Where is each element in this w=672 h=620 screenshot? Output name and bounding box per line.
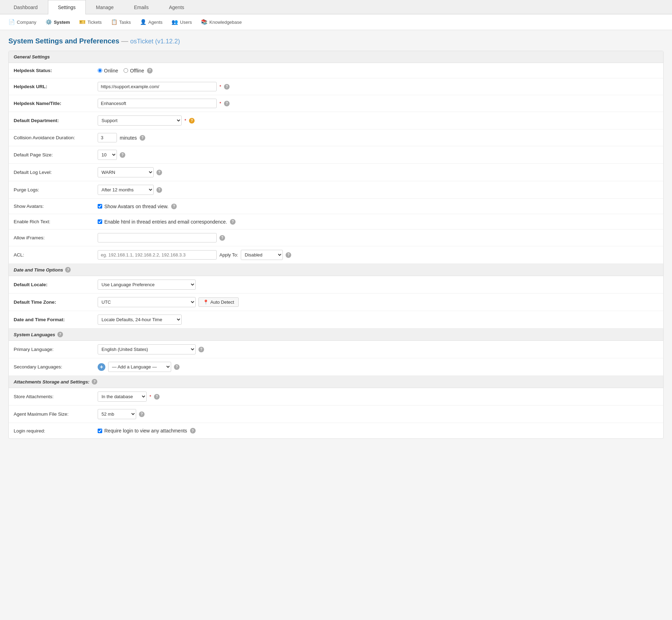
enable-rich-text-checkbox-item[interactable]: Enable html in thread entries and email … (98, 219, 227, 225)
subnav-knowledgebase[interactable]: 📚 Knowledgebase (197, 17, 245, 27)
helpdesk-name-input[interactable] (98, 99, 217, 108)
knowledgebase-icon: 📚 (201, 19, 208, 25)
status-online-radio[interactable] (98, 68, 102, 73)
tab-emails[interactable]: Emails (124, 0, 159, 14)
main-content: System Settings and Preferences — osTick… (0, 30, 672, 619)
helpdesk-url-required: * (219, 84, 221, 89)
acl-input[interactable] (98, 250, 217, 260)
page-version: osTicket (v1.12.2) (130, 38, 180, 45)
agent-max-file-size-label: Agent Maximum File Size: (14, 411, 98, 417)
subnav-company[interactable]: 📄 Company (5, 17, 40, 27)
show-avatars-checkbox-item[interactable]: Show Avatars on thread view. (98, 204, 168, 209)
helpdesk-name-label: Helpdesk Name/Title: (14, 101, 98, 106)
login-required-checkbox-item[interactable]: Require login to view any attachments (98, 428, 187, 434)
add-language-plus-button[interactable]: + (98, 363, 105, 371)
default-timezone-row: Default Time Zone: UTC America/New_York … (9, 294, 663, 311)
secondary-language-select[interactable]: — Add a Language — Spanish French German… (108, 362, 171, 372)
enable-rich-text-control: Enable html in thread entries and email … (98, 219, 658, 225)
general-settings-header: General Settings (9, 51, 663, 63)
collision-duration-suffix: minutes (120, 135, 137, 141)
collision-duration-row: Collision Avoidance Duration: minutes ? (9, 129, 663, 146)
default-locale-select[interactable]: Use Language Preference English (United … (98, 280, 196, 290)
status-online-item[interactable]: Online (98, 68, 118, 73)
collision-duration-input[interactable] (98, 133, 117, 142)
subnav-users[interactable]: 👥 Users (168, 17, 195, 27)
enable-rich-text-check-label: Enable html in thread entries and email … (104, 219, 227, 225)
store-attachments-required: * (149, 394, 151, 399)
auto-detect-button[interactable]: 📍 Auto Detect (198, 297, 239, 307)
subnav-tasks-label: Tasks (119, 20, 131, 25)
show-avatars-checkbox[interactable] (98, 204, 102, 209)
default-locale-label: Default Locale: (14, 282, 98, 287)
primary-language-row: Primary Language: English (United States… (9, 341, 663, 358)
helpdesk-url-input[interactable] (98, 82, 217, 91)
default-page-size-select[interactable]: 10 25 50 100 (98, 150, 117, 160)
tab-agents[interactable]: Agents (159, 0, 195, 14)
default-timezone-select[interactable]: UTC America/New_York America/Chicago Ame… (98, 297, 196, 307)
acl-row: ACL: Apply To: Disabled Whitelist Blackl… (9, 246, 663, 264)
status-offline-item[interactable]: Offline (124, 68, 144, 73)
enable-rich-text-row: Enable Rich Text: Enable html in thread … (9, 214, 663, 230)
default-locale-row: Default Locale: Use Language Preference … (9, 276, 663, 294)
auto-detect-label: Auto Detect (210, 300, 234, 305)
show-avatars-info-icon: ? (171, 204, 177, 209)
primary-language-control: English (United States) English (United … (98, 344, 658, 354)
default-log-level-select[interactable]: DEBUG INFO WARN ERROR (98, 167, 154, 177)
datetime-options-header: Date and Time Options ? (9, 264, 663, 276)
tasks-icon: 📋 (111, 19, 118, 25)
allow-iframes-control: ? (98, 233, 658, 242)
helpdesk-url-row: Helpdesk URL: * ? (9, 78, 663, 95)
allow-iframes-row: Allow iFrames: ? (9, 230, 663, 246)
purge-logs-select[interactable]: Never After 1 month After 2 months After… (98, 185, 154, 195)
agent-max-file-size-info-icon: ? (139, 411, 145, 417)
general-settings-title: General Settings (14, 54, 50, 59)
subnav-tickets[interactable]: 🎫 Tickets (76, 17, 105, 27)
tab-dashboard[interactable]: Dashboard (4, 0, 48, 14)
acl-apply-to-select[interactable]: Disabled Whitelist Blacklist (241, 250, 283, 260)
store-attachments-select[interactable]: In the database On the filesystem Amazon… (98, 392, 147, 402)
system-languages-title: System Languages (14, 332, 55, 337)
helpdesk-name-info-icon: ? (224, 101, 230, 106)
primary-language-select[interactable]: English (United States) English (United … (98, 344, 196, 354)
tab-manage[interactable]: Manage (86, 0, 124, 14)
default-page-size-info-icon: ? (120, 152, 125, 158)
subnav-company-label: Company (17, 20, 36, 25)
login-required-checkbox[interactable] (98, 429, 102, 433)
agent-max-file-size-select[interactable]: 1 mb 2 mb 5 mb 10 mb 20 mb 52 mb 100 mb (98, 409, 136, 419)
default-department-select[interactable]: Support Sales Technical (98, 115, 182, 126)
collision-duration-control: minutes ? (98, 133, 658, 142)
default-department-label: Default Department: (14, 118, 98, 123)
login-required-row: Login required: Require login to view an… (9, 423, 663, 438)
top-navigation: Dashboard Settings Manage Emails Agents (0, 0, 672, 14)
subnav-tasks[interactable]: 📋 Tasks (107, 17, 134, 27)
enable-rich-text-label: Enable Rich Text: (14, 219, 98, 224)
subnav-knowledgebase-label: Knowledgebase (209, 20, 242, 25)
attachments-storage-header: Attachments Storage and Settings: ? (9, 376, 663, 388)
enable-rich-text-checkbox[interactable] (98, 219, 102, 224)
default-department-row: Default Department: Support Sales Techni… (9, 112, 663, 129)
purge-logs-info-icon: ? (156, 187, 162, 193)
collision-duration-label: Collision Avoidance Duration: (14, 135, 98, 140)
location-pin-icon: 📍 (203, 300, 209, 305)
show-avatars-control: Show Avatars on thread view. ? (98, 204, 658, 209)
datetime-format-select[interactable]: Locale Defaults, 24-hour Time Locale Def… (98, 315, 182, 325)
secondary-languages-info-icon: ? (174, 364, 180, 370)
helpdesk-status-info-icon: ? (147, 68, 153, 73)
enable-rich-text-info-icon: ? (230, 219, 236, 225)
sub-navigation: 📄 Company ⚙️ System 🎫 Tickets 📋 Tasks 👤 … (0, 14, 672, 30)
default-log-level-info-icon: ? (156, 170, 162, 175)
allow-iframes-input[interactable] (98, 233, 217, 242)
login-required-check-label: Require login to view any attachments (104, 428, 187, 434)
helpdesk-status-radio-group: Online Offline (98, 68, 144, 73)
attachments-storage-title: Attachments Storage and Settings: (14, 379, 90, 385)
subnav-agents[interactable]: 👤 Agents (136, 17, 166, 27)
status-online-label: Online (104, 68, 118, 73)
helpdesk-name-row: Helpdesk Name/Title: * ? (9, 95, 663, 112)
status-offline-radio[interactable] (124, 68, 128, 73)
purge-logs-control: Never After 1 month After 2 months After… (98, 185, 658, 195)
subnav-system[interactable]: ⚙️ System (42, 17, 74, 27)
allow-iframes-label: Allow iFrames: (14, 235, 98, 240)
datetime-options-title: Date and Time Options (14, 267, 63, 273)
company-icon: 📄 (8, 19, 15, 25)
tab-settings[interactable]: Settings (48, 0, 86, 14)
